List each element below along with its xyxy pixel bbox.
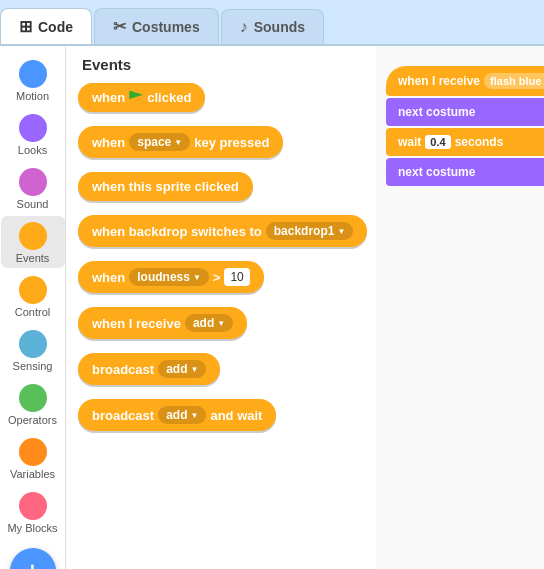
key-dropdown-arrow: ▼: [174, 138, 182, 147]
when-key-pressed-block[interactable]: when space ▼ key pressed: [78, 126, 283, 158]
broadcast-wait-block[interactable]: broadcast add ▼ and wait: [78, 399, 276, 431]
key-pressed-label: key pressed: [194, 135, 269, 150]
when-loud-label: when: [92, 270, 125, 285]
sidebar-item-operators[interactable]: Operators: [1, 378, 65, 430]
motion-dot: [19, 60, 47, 88]
sidebar-item-looks[interactable]: Looks: [1, 108, 65, 160]
receive-dropdown-value: add: [193, 316, 214, 330]
sidebar-item-myblocks[interactable]: My Blocks: [1, 486, 65, 538]
when-sprite-clicked-block[interactable]: when this sprite clicked: [78, 172, 253, 201]
clicked-label: clicked: [147, 90, 191, 105]
broadcast-dropdown[interactable]: add ▼: [158, 360, 206, 378]
variables-dot: [19, 438, 47, 466]
control-dot: [19, 276, 47, 304]
broadcast-wait-dropdown[interactable]: add ▼: [158, 406, 206, 424]
tab-sounds-label: Sounds: [254, 19, 305, 35]
ws-wait-block[interactable]: wait 0.4 seconds: [386, 128, 544, 156]
sidebar-myblocks-label: My Blocks: [7, 522, 57, 534]
block-row-key: when space ▼ key pressed: [78, 126, 376, 166]
tab-code-label: Code: [38, 19, 73, 35]
events-dot: [19, 222, 47, 250]
sidebar-variables-label: Variables: [10, 468, 55, 480]
ws-when-receive-block[interactable]: when I receive flash blue ▼: [386, 66, 544, 96]
and-wait-label: and wait: [210, 408, 262, 423]
tab-sounds[interactable]: ♪ Sounds: [221, 9, 324, 44]
backdrop-dropdown-value: backdrop1: [274, 224, 335, 238]
ws-next-costume-2-label: next costume: [398, 165, 475, 179]
broadcast-dropdown-value: add: [166, 362, 187, 376]
broadcast-wait-dropdown-value: add: [166, 408, 187, 422]
sidebar-item-control[interactable]: Control: [1, 270, 65, 322]
block-row-receive: when I receive add ▼: [78, 307, 376, 347]
loudness-dropdown-value: loudness: [137, 270, 190, 284]
tab-code[interactable]: ⊞ Code: [0, 8, 92, 44]
ws-next-costume-1[interactable]: next costume: [386, 98, 544, 126]
block-row-backdrop: when backdrop switches to backdrop1 ▼: [78, 215, 376, 255]
broadcast-wait-dropdown-arrow: ▼: [190, 411, 198, 420]
ws-next-costume-2[interactable]: next costume: [386, 158, 544, 186]
sidebar-looks-label: Looks: [18, 144, 47, 156]
when-receive-block[interactable]: when I receive add ▼: [78, 307, 247, 339]
sidebar-item-events[interactable]: Events: [1, 216, 65, 268]
sidebar-item-motion[interactable]: Motion: [1, 54, 65, 106]
sidebar-item-sensing[interactable]: Sensing: [1, 324, 65, 376]
broadcast-block[interactable]: broadcast add ▼: [78, 353, 220, 385]
when-label: when: [92, 90, 125, 105]
block-row-broadcast-wait: broadcast add ▼ and wait: [78, 399, 376, 439]
ws-receive-dropdown[interactable]: flash blue ▼: [484, 73, 544, 89]
when-flag-clicked-block[interactable]: when clicked: [78, 83, 205, 112]
looks-dot: [19, 114, 47, 142]
gt-label: >: [213, 270, 221, 285]
ws-seconds-label: seconds: [455, 135, 504, 149]
broadcast-wait-label: broadcast: [92, 408, 154, 423]
workspace[interactable]: when I receive flash blue ▼ next costume…: [376, 46, 544, 569]
sensing-dot: [19, 330, 47, 358]
flag-icon: [129, 91, 143, 105]
tab-bar: ⊞ Code ✂ Costumes ♪ Sounds: [0, 0, 544, 46]
when-key-label: when: [92, 135, 125, 150]
sidebar-motion-label: Motion: [16, 90, 49, 102]
costumes-icon: ✂: [113, 17, 126, 36]
sidebar-events-label: Events: [16, 252, 50, 264]
sidebar-control-label: Control: [15, 306, 50, 318]
ws-wait-value[interactable]: 0.4: [425, 135, 450, 149]
backdrop-dropdown-arrow: ▼: [337, 227, 345, 236]
add-icon: +: [26, 558, 39, 569]
broadcast-label: broadcast: [92, 362, 154, 377]
broadcast-dropdown-arrow: ▼: [190, 365, 198, 374]
block-row-flag: when clicked: [78, 83, 376, 120]
ws-next-costume-1-label: next costume: [398, 105, 475, 119]
loudness-dropdown[interactable]: loudness ▼: [129, 268, 209, 286]
sidebar-operators-label: Operators: [8, 414, 57, 426]
sidebar-bottom: +: [2, 540, 64, 569]
when-backdrop-block[interactable]: when backdrop switches to backdrop1 ▼: [78, 215, 367, 247]
operators-dot: [19, 384, 47, 412]
tab-costumes[interactable]: ✂ Costumes: [94, 8, 219, 44]
ws-wait-label: wait: [398, 135, 421, 149]
sidebar-item-sound[interactable]: Sound: [1, 162, 65, 214]
blocks-panel: Events when clicked when space ▼ key pre…: [66, 46, 376, 569]
when-loudness-block[interactable]: when loudness ▼ > 10: [78, 261, 264, 293]
sidebar-sound-label: Sound: [17, 198, 49, 210]
main-area: Motion Looks Sound Events Control Sensin…: [0, 46, 544, 569]
workspace-block-group: when I receive flash blue ▼ next costume…: [386, 66, 544, 186]
block-row-broadcast: broadcast add ▼: [78, 353, 376, 393]
sidebar: Motion Looks Sound Events Control Sensin…: [0, 46, 66, 569]
receive-dropdown[interactable]: add ▼: [185, 314, 233, 332]
loudness-dropdown-arrow: ▼: [193, 273, 201, 282]
sounds-icon: ♪: [240, 18, 248, 36]
loudness-value[interactable]: 10: [224, 268, 249, 286]
block-row-loud: when loudness ▼ > 10: [78, 261, 376, 301]
when-receive-label: when I receive: [92, 316, 181, 331]
when-backdrop-label: when backdrop switches to: [92, 224, 262, 239]
when-sprite-label: when this sprite clicked: [92, 179, 239, 194]
sidebar-item-variables[interactable]: Variables: [1, 432, 65, 484]
backdrop-dropdown[interactable]: backdrop1 ▼: [266, 222, 354, 240]
key-dropdown[interactable]: space ▼: [129, 133, 190, 151]
sound-dot: [19, 168, 47, 196]
add-extension-button[interactable]: +: [10, 548, 56, 569]
tab-costumes-label: Costumes: [132, 19, 200, 35]
block-row-sprite: when this sprite clicked: [78, 172, 376, 209]
panel-title: Events: [78, 56, 376, 73]
sidebar-sensing-label: Sensing: [13, 360, 53, 372]
